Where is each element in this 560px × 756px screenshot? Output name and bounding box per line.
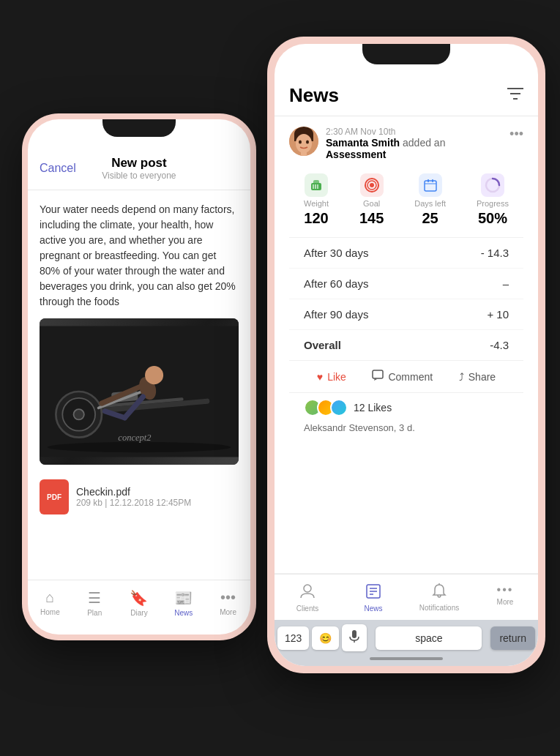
share-label: Share xyxy=(468,371,496,383)
phone-left-screen: Cancel New post Visible to everyone Your… xyxy=(28,119,250,635)
stat-days-left: Days left 25 xyxy=(414,173,446,227)
stat-progress: Progress 50% xyxy=(477,173,509,227)
pdf-filename: Checkin.pdf xyxy=(76,486,191,498)
author-name: Samanta Smith xyxy=(326,137,400,149)
likes-row: 12 Likes xyxy=(289,393,523,419)
keyboard-123-key[interactable]: 123 xyxy=(277,626,309,650)
stat-goal: Goal 145 xyxy=(359,173,384,227)
more-label: More xyxy=(220,608,236,616)
news-label: News xyxy=(174,609,193,617)
home-label: Home xyxy=(40,608,60,616)
cancel-button[interactable]: Cancel xyxy=(40,162,76,175)
post-header-title: New post Visible to everyone xyxy=(102,156,176,181)
nav-home[interactable]: ⌂ Home xyxy=(28,586,72,620)
right-bottom-nav: Clients News Notifications ••• More xyxy=(275,574,538,620)
notifications-icon xyxy=(432,583,447,602)
pdf-info: Checkin.pdf 209 kb | 12.12.2018 12:45PM xyxy=(76,486,191,508)
row-30-label: After 30 days xyxy=(304,247,368,259)
svg-point-7 xyxy=(74,409,84,419)
keyboard-mic-key[interactable] xyxy=(342,624,367,651)
like-avatars xyxy=(304,399,348,416)
comment-button[interactable]: Comment xyxy=(372,370,433,383)
nav-news[interactable]: 📰 News xyxy=(161,586,206,620)
news-tab-icon xyxy=(365,583,381,603)
keyboard-return-key[interactable]: return xyxy=(490,626,535,650)
nav-more[interactable]: ••• More xyxy=(206,586,250,620)
svg-rect-26 xyxy=(313,180,319,184)
pdf-meta: 209 kb | 12.12.2018 12:45PM xyxy=(76,498,191,508)
nav-plan[interactable]: ☰ Plan xyxy=(72,586,117,620)
assessment-data-rows: After 30 days - 14.3 After 60 days – Aft… xyxy=(289,238,523,361)
author-avatar xyxy=(289,127,318,156)
heart-icon: ♥ xyxy=(317,371,323,383)
svg-rect-24 xyxy=(301,151,307,156)
days-left-value: 25 xyxy=(422,210,438,227)
phone-right-notch xyxy=(362,44,450,64)
like-button[interactable]: ♥ Like xyxy=(317,370,346,383)
post-visibility: Visible to everyone xyxy=(102,171,176,181)
post-workout-image: concept2 xyxy=(40,318,239,465)
phone-right-screen: News xyxy=(275,44,538,666)
goal-label: Goal xyxy=(363,199,380,208)
svg-point-22 xyxy=(299,141,302,144)
home-icon: ⌂ xyxy=(45,589,54,606)
notifications-label: Notifications xyxy=(419,604,459,612)
pdf-attachment: PDF Checkin.pdf 209 kb | 12.12.2018 12:4… xyxy=(40,472,239,522)
likes-count-text: 12 Likes xyxy=(354,402,392,413)
assessment-label: Assessment xyxy=(326,149,387,160)
phone-left-notch xyxy=(102,119,176,137)
progress-label: Progress xyxy=(477,199,509,208)
overall-label: Overall xyxy=(304,339,341,351)
right-nav-more[interactable]: ••• More xyxy=(472,580,538,615)
diary-icon: 🔖 xyxy=(130,589,148,607)
svg-point-32 xyxy=(370,183,374,187)
news-tab-label: News xyxy=(364,605,382,613)
right-nav-clients[interactable]: Clients xyxy=(275,580,340,615)
progress-value: 50% xyxy=(478,210,507,227)
home-indicator xyxy=(370,657,443,660)
phone-right: News xyxy=(267,37,545,673)
right-nav-news[interactable]: News xyxy=(340,580,406,615)
row-90-label: After 90 days xyxy=(304,308,368,321)
left-bottom-nav: ⌂ Home ☰ Plan 🔖 Diary 📰 News ••• Mor xyxy=(28,580,250,635)
like-avatar-3 xyxy=(330,399,348,416)
comment-label: Comment xyxy=(388,371,433,383)
svg-rect-34 xyxy=(428,179,429,182)
post-author-text: Samanta Smith added an Assessment xyxy=(326,137,502,160)
plan-label: Plan xyxy=(87,609,102,617)
svg-rect-38 xyxy=(373,370,383,378)
filter-icon[interactable] xyxy=(507,87,523,104)
svg-rect-35 xyxy=(432,179,433,182)
svg-rect-29 xyxy=(317,184,318,189)
more-icon: ••• xyxy=(220,589,236,606)
post-timestamp: 2:30 AM Nov 10th xyxy=(326,127,502,137)
keyboard-space-key[interactable]: space xyxy=(376,626,482,650)
svg-point-10 xyxy=(145,366,163,384)
post-more-button[interactable]: ••• xyxy=(509,127,523,142)
nav-diary[interactable]: 🔖 Diary xyxy=(117,586,162,620)
row-90-value: + 10 xyxy=(487,308,509,321)
diary-label: Diary xyxy=(130,609,147,617)
row-60-label: After 60 days xyxy=(304,277,368,290)
svg-point-23 xyxy=(306,141,309,144)
comment-icon xyxy=(372,370,384,383)
share-button[interactable]: ⤴ Share xyxy=(459,370,496,383)
post-title-text: New post xyxy=(102,156,176,171)
left-phone-content: Cancel New post Visible to everyone Your… xyxy=(28,119,250,635)
post-meta-info: 2:30 AM Nov 10th Samanta Smith added an … xyxy=(326,127,502,160)
days-left-label: Days left xyxy=(414,199,446,208)
post-card: 2:30 AM Nov 10th Samanta Smith added an … xyxy=(275,116,538,574)
svg-point-39 xyxy=(304,585,311,592)
keyboard-emoji-key[interactable]: 😊 xyxy=(312,626,339,650)
stat-weight: Weight 120 xyxy=(304,173,329,227)
more-tab-label: More xyxy=(497,598,514,606)
weight-value: 120 xyxy=(304,210,328,227)
like-label: Like xyxy=(327,371,346,383)
row-60-value: – xyxy=(503,277,509,290)
action-bar: ♥ Like Comment ⤴ Share xyxy=(289,361,523,393)
more-tab-icon: ••• xyxy=(497,583,514,596)
svg-text:concept2: concept2 xyxy=(118,433,151,443)
right-nav-notifications[interactable]: Notifications xyxy=(406,580,472,615)
news-page-title: News xyxy=(289,84,339,107)
keyboard-row: 123 😊 space return xyxy=(277,624,535,651)
